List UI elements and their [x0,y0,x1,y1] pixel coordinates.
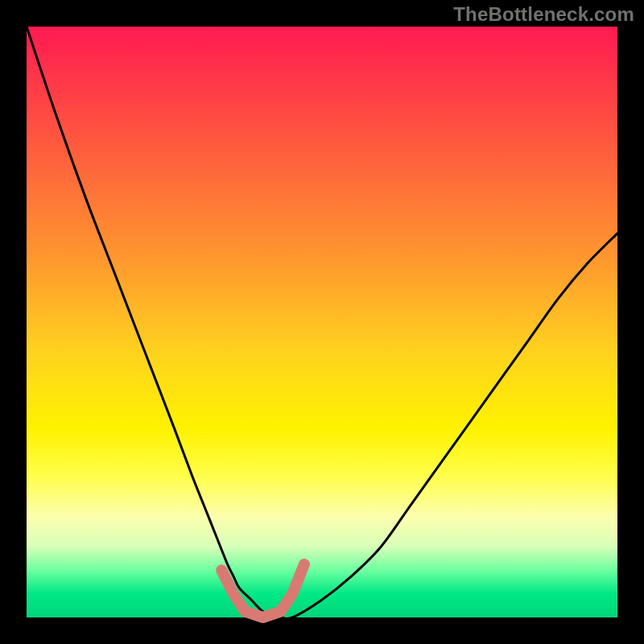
bottleneck-curve-svg [27,27,617,617]
plot-area [27,27,617,617]
watermark-text: TheBottleneck.com [453,3,634,26]
chart-frame: TheBottleneck.com [0,0,644,644]
bottleneck-curve [27,27,617,619]
valley-highlight [221,564,304,617]
